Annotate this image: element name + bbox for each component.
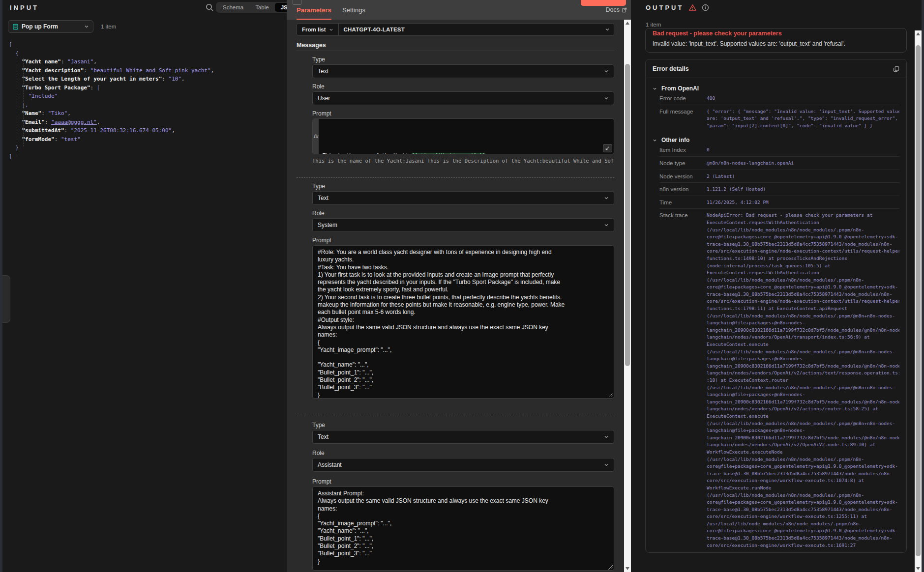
chevron-down-icon	[84, 24, 89, 29]
parameters-scrollbar[interactable]	[624, 20, 631, 572]
output-scrollbar[interactable]	[915, 30, 922, 572]
type-select-2[interactable]: Text	[312, 191, 614, 205]
detail-value: NodeApiError: Bad request - please check…	[707, 212, 899, 549]
message-group-2: Type Text Role System Prompt #Role: You …	[312, 183, 614, 399]
message-group-3: Type Text Role Assistant Prompt Assistan…	[312, 422, 614, 571]
role-select-3[interactable]: Assistant	[312, 458, 614, 472]
chevron-down-icon	[604, 223, 609, 228]
fx-expression-icon: fx	[313, 119, 319, 154]
system-prompt-textarea[interactable]: #Role: You are a world class yacht desig…	[312, 245, 614, 399]
detail-label: Item Index	[659, 146, 707, 153]
search-icon[interactable]	[205, 3, 215, 13]
error-summary-box: Bad request - please check your paramete…	[645, 28, 907, 53]
detail-label: Full message	[659, 108, 707, 114]
tab-parameters[interactable]: Parameters	[297, 0, 331, 20]
input-source-label: Pop up Form	[22, 23, 84, 30]
type-value: Text	[318, 195, 328, 201]
expand-expression-icon[interactable]	[603, 144, 612, 152]
type-select-3[interactable]: Text	[312, 430, 614, 444]
input-source-select[interactable]: Pop up Form	[8, 20, 93, 33]
tab-settings-label: Settings	[342, 6, 365, 14]
window-right-edge	[922, 0, 924, 572]
error-details-section: Other info Item Index 0 Node type	[653, 137, 899, 551]
message-group-1: Type Text Role User Prompt fx This is th…	[312, 56, 614, 164]
expression-code[interactable]: This is the name of the Yacht:{{ $json['…	[319, 119, 614, 154]
input-items-count: 1 item	[101, 24, 116, 29]
input-view-tab[interactable]: Table	[249, 3, 275, 12]
expression-editor[interactable]: fx This is the name of the Yacht:{{ $jso…	[312, 118, 614, 154]
detail-label: Node type	[659, 160, 707, 166]
detail-row: Item Index 0	[659, 143, 899, 157]
panel-resize-handle[interactable]	[2, 275, 10, 323]
output-panel: OUTPUT 1 item Bad request - please check…	[639, 0, 922, 572]
error-details-section: From OpenAI Error code 400 Full message	[653, 85, 899, 132]
detail-label: Time	[659, 199, 707, 205]
role-label: Role	[312, 210, 614, 217]
scrollbar-thumb[interactable]	[625, 64, 630, 366]
detail-row: n8n version 1.121.2 (Self Hosted)	[659, 183, 899, 196]
detail-value: 400	[707, 95, 899, 102]
resize-grip-icon[interactable]	[608, 393, 613, 398]
input-view-tab[interactable]: Schema	[217, 3, 249, 12]
scroll-up-button[interactable]	[915, 30, 922, 37]
detail-value: 1.121.2 (Self Hosted)	[707, 186, 899, 193]
json-line: "Email": "aaaa@gggg.nl",	[9, 118, 283, 127]
type-select-1[interactable]: Text	[312, 64, 614, 78]
detail-row: Full message { "error": { "message": "In…	[659, 105, 899, 132]
detail-label: n8n version	[659, 186, 707, 192]
copy-icon[interactable]	[893, 66, 899, 72]
json-line: "formMode": "test"	[9, 135, 283, 144]
model-mode-segment[interactable]: From list	[297, 24, 339, 35]
scroll-down-button[interactable]	[624, 565, 631, 572]
section-collapse-header[interactable]: From OpenAI	[653, 85, 899, 92]
json-line: {	[9, 49, 283, 58]
section-title: From OpenAI	[661, 85, 699, 92]
error-details-title: Error details	[653, 65, 689, 72]
scrollbar-thumb[interactable]	[916, 45, 921, 556]
detail-value: { "error": { "message": "Invalid value: …	[707, 108, 899, 130]
messages-section-label: Messages	[297, 42, 614, 49]
json-line: "Yacht description": "beautiful White an…	[9, 66, 283, 75]
assistant-prompt-textarea[interactable]: Assistant Prompt: Always output the same…	[312, 486, 614, 571]
json-line: "Include"	[9, 92, 283, 101]
panel-divider	[631, 0, 639, 572]
role-select-2[interactable]: System	[312, 218, 614, 232]
detail-value: 11/26/2025, 4:12:02 PM	[707, 199, 899, 206]
prompt-label: Prompt	[312, 478, 614, 485]
detail-label: Error code	[659, 95, 707, 101]
chevron-down-icon	[329, 28, 333, 32]
detail-value: 2 (Latest)	[707, 173, 899, 180]
detail-value: 0	[707, 146, 899, 154]
input-panel: INPUT Schema Table JSON Pop up Form 1 it…	[2, 0, 287, 572]
detail-row: Node version 2 (Latest)	[659, 170, 899, 183]
json-line: [	[9, 40, 283, 49]
json-line: "submittedAt": "2025-11-26T08:32:16.674-…	[9, 126, 283, 135]
error-message: Invalid value: 'input_text'. Supported v…	[653, 40, 899, 47]
info-circle-icon[interactable]	[702, 4, 709, 11]
model-select[interactable]: From list CHATGPT-4O-LATEST	[297, 23, 614, 36]
role-value: User	[318, 95, 330, 102]
type-value: Text	[318, 433, 328, 440]
role-select-1[interactable]: User	[312, 91, 614, 105]
chevron-down-icon	[604, 462, 609, 467]
error-title: Bad request - please check your paramete…	[653, 30, 899, 37]
section-collapse-header[interactable]: Other info	[653, 137, 899, 143]
tab-settings[interactable]: Settings	[342, 0, 365, 20]
chevron-down-icon	[653, 86, 657, 91]
type-label: Type	[312, 422, 614, 429]
form-node-icon	[12, 24, 19, 30]
assistant-prompt-text: Assistant Prompt: Always output the same…	[318, 490, 548, 565]
detail-row: Node type @n8n/n8n-nodes-langchain.openA…	[659, 157, 899, 170]
json-line: ]	[9, 152, 283, 161]
docs-link[interactable]: Docs	[606, 0, 627, 20]
detail-value: @n8n/n8n-nodes-langchain.openAi	[707, 160, 899, 167]
scroll-down-button[interactable]	[915, 565, 922, 572]
role-value: System	[318, 222, 337, 229]
scroll-up-button[interactable]	[624, 20, 631, 27]
chevron-down-icon	[604, 434, 609, 439]
detail-label: Node version	[659, 173, 707, 179]
parameters-panel: Parameters Settings Docs From list CHATG…	[287, 0, 631, 572]
resize-grip-icon[interactable]	[608, 565, 613, 570]
detail-row: Stack trace NodeApiError: Bad request - …	[659, 209, 899, 551]
expression-line: This is the name of the Yacht:{{ $json['…	[323, 152, 610, 154]
